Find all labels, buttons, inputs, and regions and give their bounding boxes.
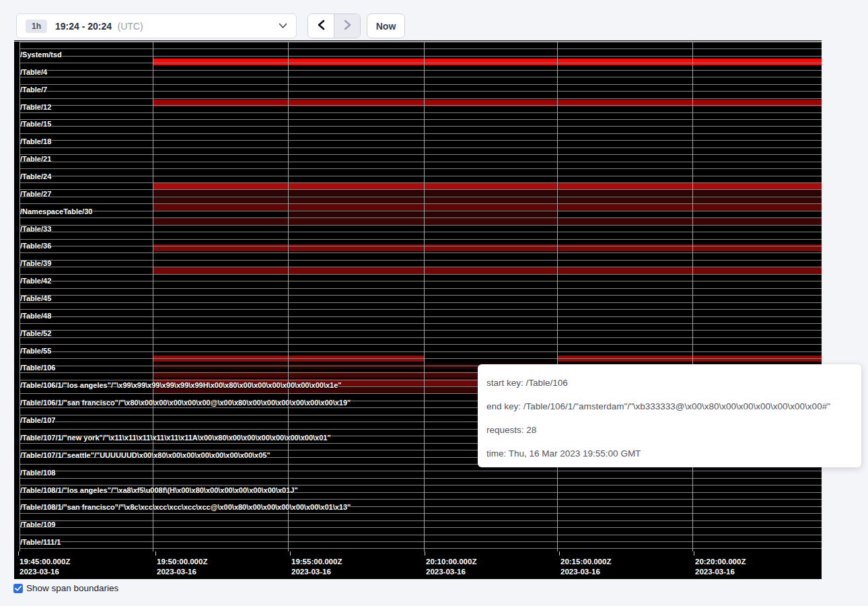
span-boundary-line [20,246,822,246]
tooltip-requests: requests: 28 [486,418,861,442]
row-label: /Table/27 [20,190,51,198]
row-label: /Table/48 [20,312,51,320]
span-boundary-line [20,330,822,331]
heat-band [153,197,822,203]
time-gridline [557,42,558,551]
span-boundary-line [20,288,822,289]
row-label: /Table/52 [20,329,51,337]
row-label: /Table/21 [20,155,51,163]
prev-interval-button[interactable] [308,14,334,38]
span-boundary-line [20,112,822,113]
heat-band [153,182,822,189]
span-boundary-line [20,260,822,261]
span-boundary-line [20,267,822,267]
heat-band [153,267,822,274]
range-duration-badge: 1h [26,20,47,33]
axis-tick [155,551,156,556]
span-boundary-line [20,168,822,169]
span-boundary-line [20,302,822,303]
row-label: /Table/7 [20,86,47,94]
range-timezone: (UTC) [118,21,143,32]
axis-tick [425,551,425,556]
time-gridline [424,42,425,551]
row-label: /Table/109 [20,520,55,529]
span-boundary-line [20,232,822,232]
span-boundary-line [20,499,822,500]
chevron-right-icon [343,20,352,32]
time-gridline [288,42,289,551]
span-boundary-line [20,217,822,218]
chevron-left-icon [317,20,326,32]
tooltip-end-key: end key: /Table/106/1/"amsterdam"/"\xb33… [486,395,861,418]
row-label: /Table/106 [20,364,55,372]
span-boundary-line [20,527,822,528]
row-label: /Table/106/1/"san francisco"/"\x80\x00\x… [20,399,351,407]
span-boundaries-control: Show span boundaries [13,583,118,593]
span-boundary-line [20,42,822,42]
span-boundary-line [20,520,822,521]
keyvisualizer-canvas[interactable]: /System/tsd/Table/4/Table/7/Table/12/Tab… [14,40,822,579]
row-label: /Table/18 [20,137,51,145]
span-boundary-line [20,252,822,253]
span-boundary-line [20,358,822,359]
axis-time-label: 20:15:00.000Z 2023-03-16 [560,557,611,577]
span-boundary-line [20,239,822,240]
heat-band [153,218,822,225]
axis-time-label: 19:50:00.000Z 2023-03-16 [157,557,207,577]
row-label: /Table/15 [20,120,51,128]
span-boundary-line [20,63,822,63]
axis-time-label: 19:45:00.000Z 2023-03-16 [20,557,70,577]
span-tooltip: start key: /Table/106 end key: /Table/10… [478,364,861,467]
span-boundary-line [20,98,822,99]
span-boundary-line [20,162,822,162]
span-boundary-line [20,56,822,57]
span-boundary-line [20,541,822,542]
row-label: /Table/108 [20,469,55,477]
axis-time-label: 20:20:00.000Z 2023-03-16 [695,557,746,577]
span-boundary-line [20,189,822,190]
span-boundary-line [20,485,822,485]
span-boundary-line [20,91,822,92]
span-boundary-line [20,147,822,148]
span-boundary-line [20,197,822,197]
span-boundary-line [20,513,822,514]
time-nav-group [308,13,361,38]
row-label: /Table/39 [20,259,51,267]
next-interval-button[interactable] [334,14,360,38]
now-button[interactable]: Now [367,13,405,38]
span-boundary-line [20,105,822,106]
span-boundary-line [20,211,822,211]
span-boundary-line [20,316,822,317]
chevron-down-icon [279,23,287,29]
row-label: /Table/33 [20,225,51,233]
axis-tick [290,551,291,556]
tooltip-start-key: start key: /Table/106 [486,371,861,395]
tooltip-time: time: Thu, 16 Mar 2023 19:55:00 GMT [486,442,861,465]
row-label: /Table/108/1/"san francisco"/"\x8c\xcc\x… [20,503,351,511]
row-label: /Table/107/1/"new york"/"\x11\x11\x11\x1… [20,434,331,442]
heat-band [153,59,822,65]
checkmark-icon [15,586,22,591]
time-gridline [692,42,693,551]
row-label: /Table/36 [20,242,51,250]
row-label: /Table/42 [20,277,51,285]
heat-band [153,190,822,196]
span-boundary-line [20,281,822,281]
show-span-boundaries-checkbox[interactable] [13,584,23,593]
span-boundary-line [20,203,822,204]
span-boundary-line [20,478,822,479]
row-label: /Table/111/1 [20,538,61,546]
span-boundary-line [20,295,822,296]
axis-time-label: 19:55:00.000Z 2023-03-16 [291,557,342,577]
row-label: /Table/45 [20,294,51,302]
row-label: /Table/106/1/"los angeles"/"\x99\x99\x99… [20,381,342,389]
span-boundary-line [20,70,822,71]
span-boundary-line [20,309,822,310]
time-range-select[interactable]: 1h 19:24 - 20:24 (UTC) [16,13,297,38]
range-label-wrap: 19:24 - 20:24 (UTC) [55,20,143,32]
axis-time-label: 20:10:00.000Z 2023-03-16 [426,557,476,577]
heat-band [288,212,557,217]
axis-tick [559,551,560,556]
span-boundary-line [20,344,822,345]
span-boundary-line [20,471,822,471]
